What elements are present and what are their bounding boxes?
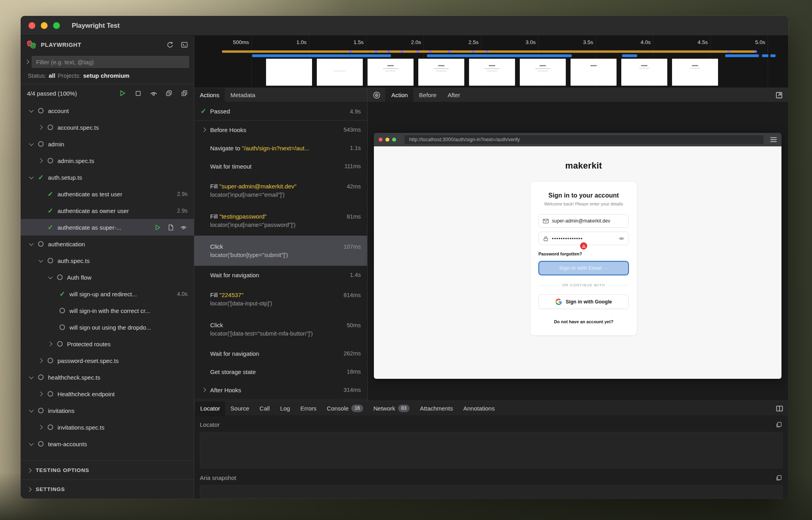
sign-in-email-button[interactable]: Sign in with Email → xyxy=(538,261,629,275)
filter-status-row[interactable]: Status: all Projects: setup chromium xyxy=(21,70,194,84)
chevron-right-icon[interactable] xyxy=(47,340,54,347)
tree-item-auth-super-admin-selected[interactable]: ✓ authenticate as super-... xyxy=(21,219,194,236)
stop-icon[interactable] xyxy=(134,89,142,97)
section-testing-options[interactable]: TESTING OPTIONS xyxy=(21,461,194,480)
tree-item-auth-owner-user[interactable]: ✓ authenticate as owner user 2.9s xyxy=(21,202,194,219)
film-strip-frame[interactable] xyxy=(317,59,363,86)
terminal-icon[interactable] xyxy=(180,41,188,49)
close-window-button[interactable] xyxy=(29,22,35,29)
chevron-right-icon[interactable] xyxy=(37,424,44,431)
aria-snapshot-editor[interactable] xyxy=(200,485,783,499)
run-test-icon[interactable] xyxy=(153,223,161,231)
tree-item-will-sign-in[interactable]: will sign-in with the correct cr... xyxy=(21,302,194,319)
tab-after[interactable]: After xyxy=(442,88,466,102)
tab-log[interactable]: Log xyxy=(275,401,295,416)
watch-all-icon[interactable] xyxy=(149,89,157,97)
show-source-icon[interactable] xyxy=(167,223,174,231)
tab-source[interactable]: Source xyxy=(225,401,255,416)
chevron-down-icon[interactable] xyxy=(28,140,35,148)
tab-console[interactable]: Console16 xyxy=(322,401,368,416)
tree-item-protected-routes[interactable]: Protected routes xyxy=(21,336,194,352)
chevron-down-icon[interactable] xyxy=(28,407,35,414)
hamburger-menu-icon[interactable] xyxy=(770,137,777,142)
zoom-window-button[interactable] xyxy=(53,22,60,29)
open-external-icon[interactable] xyxy=(770,88,788,102)
film-strip-frame[interactable] xyxy=(621,59,667,86)
email-field[interactable]: super-admin@makerkit.dev xyxy=(538,214,629,228)
tab-attachments[interactable]: Attachments xyxy=(415,401,458,416)
section-settings[interactable]: SETTINGS xyxy=(21,480,194,499)
tree-item-password-reset-spec[interactable]: password-reset.spec.ts xyxy=(21,352,194,369)
tab-actions[interactable]: Actions xyxy=(194,88,225,102)
timeline[interactable]: 500ms 1.0s 1.5s 2.0s 2.5s 3.0s 3.5s 4.0s… xyxy=(194,36,788,88)
film-strip-frame[interactable] xyxy=(469,59,515,86)
toggle-password-icon[interactable] xyxy=(619,236,624,242)
split-view-icon[interactable] xyxy=(771,401,788,416)
chevron-right-icon[interactable] xyxy=(37,357,44,364)
chevron-right-icon[interactable] xyxy=(37,390,44,397)
film-strip-frame[interactable] xyxy=(520,59,566,86)
watch-test-icon[interactable] xyxy=(180,223,188,231)
tree-item-will-sign-out[interactable]: will sign out using the dropdo... xyxy=(21,319,194,336)
tab-action[interactable]: Action xyxy=(386,88,414,102)
chevron-down-icon[interactable] xyxy=(28,174,35,181)
film-strip-frame[interactable] xyxy=(418,59,464,86)
reload-icon[interactable] xyxy=(166,41,174,49)
copy-icon[interactable] xyxy=(775,420,783,428)
chevron-down-icon[interactable] xyxy=(28,240,35,248)
action-row-after-hooks[interactable]: After Hooks 314ms xyxy=(194,381,367,399)
chevron-right-icon[interactable] xyxy=(37,157,44,164)
tab-locator[interactable]: Locator xyxy=(195,401,225,416)
expand-all-icon[interactable] xyxy=(180,89,188,97)
tree-item-authentication[interactable]: authentication xyxy=(21,236,194,252)
action-row-wait-navigation[interactable]: Wait for navigation 1.4s xyxy=(194,266,367,284)
tab-annotations[interactable]: Annotations xyxy=(458,401,500,416)
action-row-click-mfa[interactable]: Click 50ms locator('[data-test="submit-m… xyxy=(194,314,367,344)
tab-before[interactable]: Before xyxy=(414,88,442,102)
film-strip-frame[interactable] xyxy=(571,59,617,86)
action-row-click-submit-selected[interactable]: Click 107ms locator('button[type="submit… xyxy=(194,236,367,266)
action-row-wait-timeout[interactable]: Wait for timeout 111ms xyxy=(194,157,367,175)
tree-item-healthcheck-spec[interactable]: healthcheck.spec.ts xyxy=(21,369,194,386)
chevron-down-icon[interactable] xyxy=(28,107,35,114)
chevron-down-icon[interactable] xyxy=(28,374,35,381)
filter-input[interactable] xyxy=(32,56,189,68)
action-row-fill-email[interactable]: Fill "super-admin@makerkit.dev" 42ms loc… xyxy=(194,175,367,205)
forgot-password-link[interactable]: Password forgotten? xyxy=(538,251,629,256)
film-strip-frame[interactable] xyxy=(368,59,414,86)
tree-item-account-spec[interactable]: account.spec.ts xyxy=(21,119,194,136)
pick-locator-icon[interactable] xyxy=(368,88,386,102)
tab-call[interactable]: Call xyxy=(255,401,275,416)
tree-item-will-sign-up[interactable]: ✓ will sign-up and redirect... 4.0s xyxy=(21,286,194,302)
action-row-wait-navigation-2[interactable]: Wait for navigation 262ms xyxy=(194,344,367,363)
chevron-right-icon[interactable] xyxy=(201,386,208,393)
run-all-icon[interactable] xyxy=(119,89,126,97)
film-strip-frame[interactable] xyxy=(672,59,718,86)
chevron-down-icon[interactable] xyxy=(28,440,35,447)
tab-metadata[interactable]: Metadata xyxy=(225,88,261,102)
action-row-before-hooks[interactable]: Before Hooks 543ms xyxy=(194,121,367,139)
tab-network[interactable]: Network83 xyxy=(368,401,415,416)
tree-item-admin-spec[interactable]: admin.spec.ts xyxy=(21,152,194,169)
tree-item-invitations-spec[interactable]: invitations.spec.ts xyxy=(21,419,194,436)
chevron-right-icon[interactable] xyxy=(201,126,208,133)
tab-errors[interactable]: Errors xyxy=(295,401,322,416)
chevron-right-icon[interactable] xyxy=(24,58,31,65)
film-strip-frame[interactable] xyxy=(266,59,312,86)
action-row-fill-otp[interactable]: Fill "224537" 814ms locator('[data-input… xyxy=(194,284,367,314)
tree-item-admin[interactable]: admin xyxy=(21,136,194,152)
sign-in-google-button[interactable]: Sign in with Google xyxy=(538,294,629,309)
minimize-window-button[interactable] xyxy=(41,22,48,29)
locator-editor[interactable] xyxy=(200,432,783,468)
chevron-down-icon[interactable] xyxy=(37,257,44,264)
collapse-all-icon[interactable] xyxy=(165,89,173,97)
tree-item-auth-setup[interactable]: ✓ auth.setup.ts xyxy=(21,169,194,186)
tree-item-auth-test-user[interactable]: ✓ authenticate as test user 2.9s xyxy=(21,186,194,202)
tree-item-invitations[interactable]: invitations xyxy=(21,402,194,419)
chevron-right-icon[interactable] xyxy=(37,124,44,131)
sign-up-link[interactable]: Do not have an account yet? xyxy=(538,319,629,324)
tree-item-account[interactable]: account xyxy=(21,102,194,119)
action-row-navigate[interactable]: Navigate to "/auth/sign-in?next=/aut... … xyxy=(194,139,367,157)
tree-item-auth-flow[interactable]: Auth flow xyxy=(21,269,194,286)
action-row-get-storage-state[interactable]: Get storage state 18ms xyxy=(194,363,367,381)
